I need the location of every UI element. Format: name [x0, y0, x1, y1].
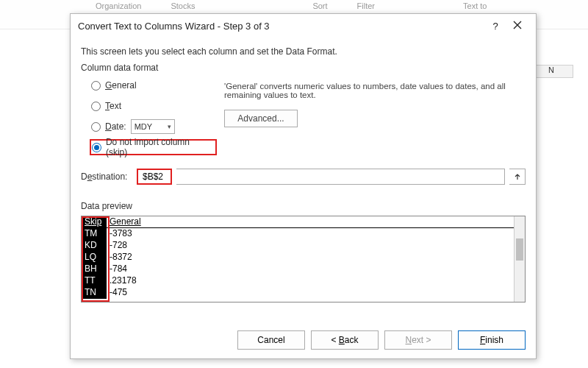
preview-row: TT.23178: [82, 275, 514, 287]
ribbon-item: Text to: [463, 1, 487, 10]
format-legend: Column data format: [81, 63, 526, 73]
data-preview-label: Data preview: [81, 201, 526, 211]
close-button[interactable]: [506, 21, 528, 32]
date-format-combo[interactable]: MDY ▾: [131, 119, 175, 134]
dialog-titlebar: Convert Text to Columns Wizard - Step 3 …: [71, 14, 536, 38]
radio-general[interactable]: General: [91, 77, 217, 93]
ribbon-item: Filter: [357, 1, 375, 10]
destination-input[interactable]: [140, 171, 169, 182]
preview-row: BH-784: [82, 263, 514, 275]
dialog-footer: Cancel < Back Next > Finish: [71, 322, 536, 358]
collapse-dialog-button[interactable]: [509, 169, 526, 185]
close-icon: [513, 21, 522, 29]
advanced-button[interactable]: Advanced...: [224, 110, 298, 127]
preview-col-header-general[interactable]: General: [107, 216, 144, 227]
ribbon-item: Sort: [312, 1, 327, 10]
radio-general-label: General: [105, 80, 137, 91]
destination-input-extend[interactable]: [176, 169, 505, 185]
radio-icon: [91, 102, 101, 111]
back-button[interactable]: < Back: [311, 330, 379, 350]
cancel-button[interactable]: Cancel: [237, 330, 305, 350]
ribbon-item: Organization: [96, 1, 141, 10]
radio-icon: [91, 122, 101, 132]
dialog-title: Convert Text to Columns Wizard - Step 3 …: [78, 21, 484, 32]
preview-row: TN-475: [82, 287, 514, 299]
chevron-down-icon: ▾: [168, 123, 171, 130]
preview-row: TM-3783: [82, 228, 514, 240]
radio-text-label: Text: [105, 101, 121, 111]
intro-text: This screen lets you select each column …: [81, 46, 526, 57]
help-button[interactable]: ?: [484, 21, 506, 32]
preview-col-header-skip[interactable]: Skip: [82, 216, 107, 227]
scrollbar-thumb[interactable]: [516, 238, 523, 261]
collapse-icon: [514, 173, 521, 180]
radio-icon: [91, 81, 101, 91]
destination-row: Destination:: [81, 169, 526, 185]
finish-button[interactable]: Finish: [458, 330, 526, 350]
preview-row: LQ-8372: [82, 252, 514, 263]
data-preview[interactable]: Skip General TM-3783 KD-728 LQ-8372 BH-7…: [81, 216, 526, 302]
radio-skip-label: Do not import column (skip): [106, 137, 213, 158]
destination-label: Destination:: [81, 171, 134, 182]
preview-scrollbar[interactable]: [514, 216, 525, 302]
text-to-columns-dialog: Convert Text to Columns Wizard - Step 3 …: [70, 13, 537, 359]
radio-date[interactable]: Date: MDY ▾: [91, 118, 217, 135]
radio-date-label: Date:: [105, 121, 126, 132]
radio-icon: [92, 143, 101, 152]
preview-rows: TM-3783 KD-728 LQ-8372 BH-784 TT.23178 T…: [82, 228, 514, 299]
radio-skip[interactable]: Do not import column (skip): [90, 139, 217, 155]
radio-text[interactable]: Text: [91, 98, 217, 114]
ribbon-item: Stocks: [171, 1, 195, 10]
next-button: Next >: [384, 330, 452, 350]
column-data-format-group: Column data format General Text Date:: [81, 63, 526, 155]
preview-row: KD-728: [82, 240, 514, 252]
destination-highlight: [137, 169, 172, 185]
date-format-value: MDY: [135, 122, 152, 131]
general-description: 'General' converts numeric values to num…: [224, 82, 523, 99]
